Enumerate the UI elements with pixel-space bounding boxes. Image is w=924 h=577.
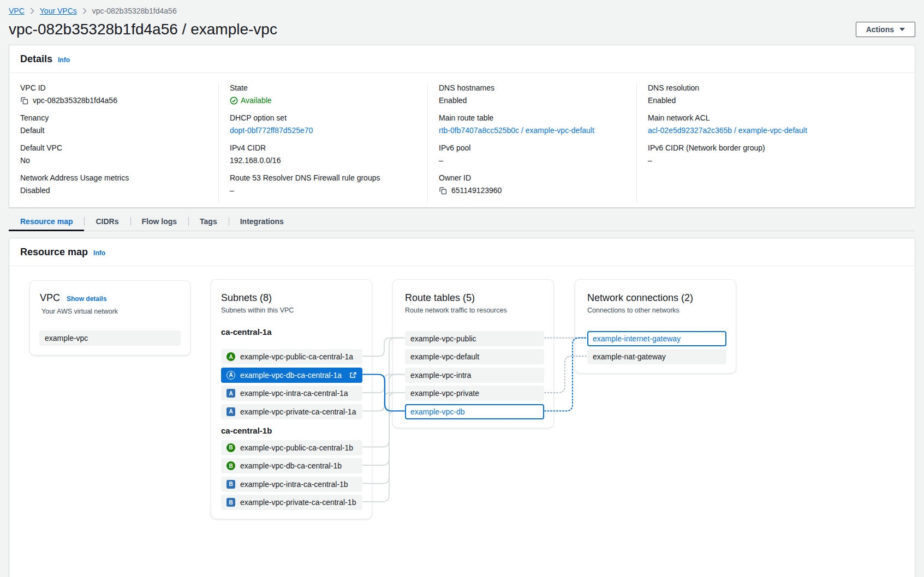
- caret-down-icon: [899, 28, 905, 31]
- subnet-item-label: example-vpc-private-ca-central-1a: [240, 407, 356, 416]
- field-value: Default: [20, 125, 44, 136]
- route-table-item[interactable]: example-vpc-default: [405, 349, 544, 364]
- field-value: 192.168.0.0/16: [230, 155, 281, 166]
- chevron-right-icon: [30, 8, 34, 14]
- field-label: Default VPC: [20, 143, 207, 153]
- subnet-item-label: example-vpc-db-ca-central-1b: [240, 461, 342, 470]
- route-tables-title: Route tables (5): [405, 291, 544, 304]
- zone-b-badge: B: [226, 443, 235, 452]
- tab-tags[interactable]: Tags: [188, 213, 229, 231]
- copy-icon[interactable]: [439, 187, 447, 195]
- route-table-item-highlighted[interactable]: example-vpc-db: [405, 404, 544, 419]
- az-group-heading: ca-central-1b: [221, 425, 362, 436]
- subnet-item-label: example-vpc-db-ca-central-1a: [240, 371, 342, 380]
- tab-cidrs[interactable]: CIDRs: [84, 213, 130, 231]
- breadcrumb-current: vpc-082b35328b1fd4a56: [92, 7, 177, 15]
- show-details-link[interactable]: Show details: [67, 292, 106, 305]
- subnet-item[interactable]: B example-vpc-intra-ca-central-1b: [221, 477, 362, 492]
- network-connection-item[interactable]: example-nat-gateway: [587, 349, 726, 364]
- field-value: Enabled: [439, 95, 467, 106]
- details-body: VPC ID vpc-082b35328b1fd4a56 Tenancy Def…: [9, 73, 915, 207]
- network-connections-subtitle: Connections to other networks: [587, 306, 726, 315]
- vpc-card-title: VPC: [40, 291, 60, 304]
- field-value: vpc-082b35328b1fd4a56: [33, 95, 117, 106]
- route-tables-subtitle: Route network traffic to resources: [405, 306, 544, 315]
- field-value: 651149123960: [451, 185, 502, 196]
- details-panel: Details Info VPC ID vpc-082b35328b1fd4a5…: [9, 45, 915, 208]
- route-table-label: example-vpc-default: [410, 352, 479, 361]
- subnets-card: Subnets (8) Subnets within this VPC ca-c…: [211, 279, 372, 519]
- details-header: Details Info: [9, 45, 915, 73]
- chevron-right-icon: [82, 8, 87, 14]
- subnet-item[interactable]: A example-vpc-public-ca-central-1a: [221, 349, 362, 364]
- route-table-item[interactable]: example-vpc-public: [405, 331, 544, 346]
- route-tables-card: Route tables (5) Route network traffic t…: [392, 279, 554, 428]
- field-label: IPv6 pool: [439, 143, 625, 153]
- subnet-item-label: example-vpc-intra-ca-central-1b: [240, 480, 348, 489]
- field-label: DNS hostnames: [439, 83, 625, 93]
- field-label: DHCP option set: [230, 113, 416, 123]
- subnet-item[interactable]: A example-vpc-intra-ca-central-1a: [221, 386, 362, 401]
- field-value: –: [230, 185, 234, 196]
- page-header: vpc-082b35328b1fd4a56 / example-vpc Acti…: [9, 21, 915, 38]
- route-table-item[interactable]: example-vpc-intra: [405, 368, 544, 383]
- zone-a-badge: A: [226, 352, 235, 361]
- route-table-label: example-vpc-db: [410, 407, 465, 416]
- field-label: IPv6 CIDR (Network border group): [648, 143, 904, 153]
- tab-flow-logs[interactable]: Flow logs: [130, 213, 189, 231]
- dhcp-option-set-link[interactable]: dopt-0bf772ff87d525e70: [230, 125, 313, 136]
- route-table-item[interactable]: example-vpc-private: [405, 386, 544, 401]
- subnet-item-selected[interactable]: A example-vpc-db-ca-central-1a: [221, 368, 362, 383]
- zone-a-badge: A: [226, 371, 235, 380]
- vpc-item[interactable]: example-vpc: [39, 330, 181, 346]
- breadcrumb-link-your-vpcs[interactable]: Your VPCs: [40, 7, 77, 15]
- details-column-4: DNS resolution Enabled Main network ACL …: [636, 83, 915, 203]
- zone-b-badge: B: [226, 461, 235, 470]
- subnet-item[interactable]: B example-vpc-public-ca-central-1b: [221, 440, 362, 455]
- subnet-item-label: example-vpc-public-ca-central-1a: [240, 352, 353, 361]
- route-table-label: example-vpc-private: [410, 389, 479, 398]
- main-network-acl-link[interactable]: acl-02e5d92327a2c365b / example-vpc-defa…: [648, 125, 807, 136]
- subnet-item[interactable]: B example-vpc-private-ca-central-1b: [221, 495, 362, 510]
- field-value: Available: [241, 95, 272, 106]
- main-route-table-link[interactable]: rtb-0fb7407a8cc525b0c / example-vpc-defa…: [439, 125, 594, 136]
- subnet-item[interactable]: A example-vpc-private-ca-central-1a: [221, 404, 362, 419]
- vpc-item-label: example-vpc: [45, 334, 88, 342]
- subnets-card-title: Subnets (8): [221, 291, 362, 304]
- actions-button-label: Actions: [866, 25, 894, 34]
- field-value: Enabled: [648, 95, 676, 106]
- details-info-link[interactable]: Info: [58, 56, 70, 64]
- field-label: Main route table: [439, 113, 625, 123]
- zone-a-badge: A: [226, 407, 235, 416]
- subnet-item-label: example-vpc-private-ca-central-1b: [240, 498, 356, 507]
- details-column-2: State Available DHCP option set dopt-0bf…: [218, 83, 427, 203]
- actions-button[interactable]: Actions: [856, 22, 915, 37]
- field-label: Tenancy: [20, 113, 207, 123]
- field-value: –: [648, 155, 652, 166]
- network-connections-card: Network connections (2) Connections to o…: [575, 279, 736, 374]
- route-table-label: example-vpc-intra: [410, 371, 471, 380]
- tab-resource-map[interactable]: Resource map: [9, 213, 84, 231]
- field-value: No: [20, 155, 30, 166]
- field-label: State: [230, 83, 416, 93]
- resource-map-panel: Resource map Info VPC: [9, 238, 915, 577]
- breadcrumb-link-vpc[interactable]: VPC: [9, 7, 25, 15]
- external-link-icon[interactable]: [349, 371, 357, 379]
- field-label: Network Address Usage metrics: [20, 173, 207, 183]
- vpc-card-subtitle: Your AWS virtual network: [41, 308, 181, 316]
- copy-icon[interactable]: [20, 97, 28, 105]
- page-title: vpc-082b35328b1fd4a56 / example-vpc: [9, 21, 277, 38]
- tab-bar: Resource map CIDRs Flow logs Tags Integr…: [9, 213, 915, 231]
- subnet-item[interactable]: B example-vpc-db-ca-central-1b: [221, 458, 362, 473]
- vpc-details-page: VPC Your VPCs vpc-082b35328b1fd4a56 vpc-…: [0, 0, 924, 577]
- details-column-3: DNS hostnames Enabled Main route table r…: [427, 83, 636, 203]
- field-label: DNS resolution: [648, 83, 904, 93]
- subnet-item-label: example-vpc-intra-ca-central-1a: [240, 389, 348, 398]
- tab-integrations[interactable]: Integrations: [229, 213, 295, 231]
- resource-map-info-link[interactable]: Info: [93, 249, 105, 257]
- status-available: Available: [230, 95, 272, 106]
- check-circle-icon: [230, 97, 238, 105]
- subnet-item-label: example-vpc-public-ca-central-1b: [240, 443, 353, 452]
- field-label: Owner ID: [439, 173, 625, 183]
- network-connection-item-highlighted[interactable]: example-internet-gateway: [587, 331, 726, 346]
